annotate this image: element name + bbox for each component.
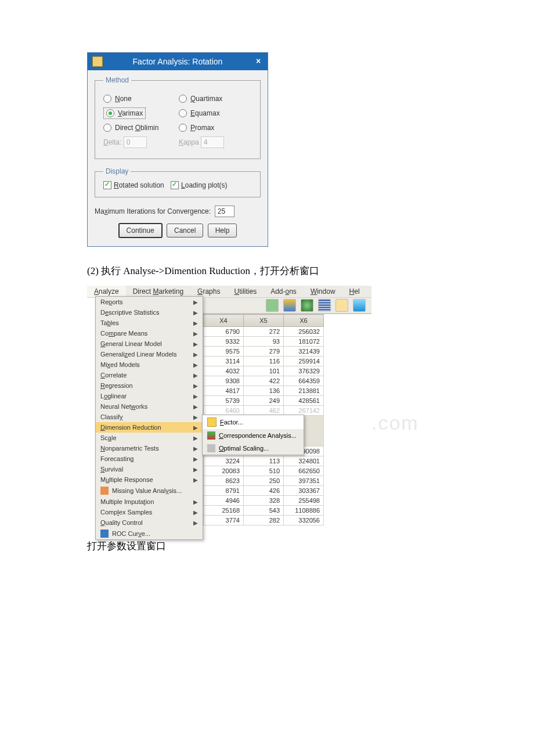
checkbox-icon	[171, 181, 179, 189]
dd-classify[interactable]: Classify▶	[96, 412, 203, 422]
radio-direct-oblimin[interactable]: Direct Oblimin	[103, 124, 179, 132]
toolbar-icon-6[interactable]	[353, 299, 366, 312]
dd-multiple-response[interactable]: Multiple Response▶	[96, 474, 203, 485]
radio-icon-selected	[106, 109, 114, 117]
mb-direct-marketing[interactable]: Direct Marketing	[126, 286, 190, 297]
dd-quality-control[interactable]: Quality Control▶	[96, 517, 203, 528]
roc-icon	[100, 530, 109, 538]
dd-multiple-imputation[interactable]: Multiple Imputation▶	[96, 496, 203, 507]
analyze-dropdown: Reports▶ Descriptive Statistics▶ Tables▶…	[95, 296, 203, 540]
table-row: 5739249428561	[204, 396, 324, 406]
mb-help[interactable]: Hel	[342, 286, 367, 297]
factor-icon	[207, 417, 217, 427]
delta-label: Delta:	[103, 138, 121, 146]
table-row: 8791426303367	[204, 486, 324, 496]
kappa-field: Kappa 4	[179, 136, 254, 148]
toolbar-icon-5[interactable]	[335, 299, 348, 312]
sub-factor[interactable]: Factor...	[203, 415, 304, 429]
missing-value-icon	[100, 487, 109, 495]
mb-graphs[interactable]: Graphs	[190, 286, 227, 297]
dd-descriptive-statistics[interactable]: Descriptive Statistics▶	[96, 307, 203, 318]
dd-general-linear-model[interactable]: General Linear Model▶	[96, 339, 203, 349]
radio-icon	[179, 95, 187, 103]
radio-icon	[103, 95, 111, 103]
max-iter-input[interactable]: 25	[215, 206, 234, 217]
max-iterations-row: Maximum Iterations for Convergence: 25	[95, 206, 261, 217]
table-row: 4032101376329	[204, 366, 324, 376]
radio-promax[interactable]: Promax	[179, 124, 254, 132]
dd-missing-value-analysis[interactable]: Missing Value Analysis...	[96, 485, 203, 496]
dd-reports[interactable]: Reports▶	[96, 297, 203, 307]
checkbox-icon	[103, 181, 111, 189]
dialog-titlebar: Factor Analysis: Rotation ×	[88, 53, 268, 70]
dd-forecasting[interactable]: Forecasting▶	[96, 453, 203, 464]
toolbar-icon-2[interactable]	[283, 299, 296, 312]
correspondence-icon	[207, 431, 215, 440]
table-row-partial: 6460462267142	[204, 406, 324, 416]
dd-regression[interactable]: Regression▶	[96, 380, 203, 391]
dimension-reduction-submenu: Factor... Correspondence Analysis... Opt…	[202, 415, 304, 455]
table-row: 251685431108886	[204, 506, 324, 516]
col-x5[interactable]: X5	[244, 315, 284, 327]
mb-analyze[interactable]: Analyze	[87, 286, 126, 297]
sub-correspondence[interactable]: Correspondence Analysis...	[203, 429, 304, 442]
dd-survival[interactable]: Survival▶	[96, 464, 203, 474]
table-row: 4946328255498	[204, 496, 324, 506]
radio-quartimax[interactable]: Quartimax	[179, 95, 254, 103]
method-legend: Method	[103, 76, 131, 84]
table-row: 20083510662650	[204, 466, 324, 476]
cb-loading-plots[interactable]: Loading plot(s)	[171, 181, 227, 189]
watermark: .com	[371, 412, 419, 434]
display-fieldset: Display Rotated solution Loading plot(s)	[95, 167, 261, 197]
radio-none[interactable]: None	[103, 95, 179, 103]
delta-input: 0	[124, 136, 147, 148]
dd-complex-samples[interactable]: Complex Samples▶	[96, 507, 203, 517]
dd-mixed-models[interactable]: Mixed Models▶	[96, 359, 203, 370]
cb-rotated-solution[interactable]: Rotated solution	[103, 181, 164, 189]
cancel-button[interactable]: Cancel	[167, 224, 203, 237]
close-icon[interactable]: ×	[254, 56, 263, 66]
toolbar-icon-1[interactable]	[266, 299, 279, 312]
header-row: X4 X5 X6	[204, 315, 324, 327]
dd-nonparametric-tests[interactable]: Nonparametric Tests▶	[96, 443, 203, 453]
table-row: 9308422664359	[204, 376, 324, 386]
caption-2: 打开参数设置窗口	[87, 539, 447, 553]
radio-equamax[interactable]: Equamax	[179, 107, 254, 119]
kappa-input: 4	[201, 136, 224, 148]
dd-generalized-linear-models[interactable]: Generalized Linear Models▶	[96, 349, 203, 359]
mb-utilities[interactable]: Utilities	[227, 286, 264, 297]
sub-optimal-scaling[interactable]: Optimal Scaling...	[203, 442, 304, 455]
toolbar-icon-3[interactable]	[301, 299, 313, 312]
col-x6[interactable]: X6	[284, 315, 324, 327]
delta-field: Delta: 0	[103, 136, 179, 148]
dd-scale[interactable]: Scale▶	[96, 433, 203, 443]
dd-tables[interactable]: Tables▶	[96, 318, 203, 328]
optimal-scaling-icon	[207, 444, 215, 452]
spss-window: Analyze Direct Marketing Graphs Utilitie…	[87, 286, 371, 525]
method-fieldset: Method None Quartimax Va	[95, 76, 261, 159]
radio-icon	[103, 124, 111, 132]
table-row: 8623250397351	[204, 476, 324, 486]
table-row: 3774282332056	[204, 516, 324, 525]
dialog-title: Factor Analysis: Rotation	[133, 57, 223, 66]
continue-button[interactable]: Continue	[118, 223, 163, 238]
dd-loglinear[interactable]: Loglinear▶	[96, 391, 203, 401]
help-button[interactable]: Help	[208, 224, 237, 237]
table-row: 933293181072	[204, 337, 324, 347]
col-x4[interactable]: X4	[204, 315, 244, 327]
rotation-dialog: Factor Analysis: Rotation × Method None …	[87, 52, 268, 247]
display-legend: Display	[103, 167, 131, 175]
dd-roc-curve[interactable]: ROC Curve...	[96, 528, 203, 539]
mb-addons[interactable]: Add-ons	[264, 286, 304, 297]
dd-neural-networks[interactable]: Neural Networks▶	[96, 401, 203, 412]
toolbar-icon-4[interactable]	[318, 299, 331, 312]
dd-dimension-reduction[interactable]: Dimension Reduction▶	[96, 422, 203, 433]
mb-window[interactable]: Window	[304, 286, 342, 297]
dd-compare-means[interactable]: Compare Means▶	[96, 328, 203, 339]
table-row: 9575279321439	[204, 347, 324, 357]
radio-icon	[179, 124, 187, 132]
radio-icon	[179, 109, 187, 117]
radio-varimax[interactable]: Varimax	[103, 107, 179, 119]
dd-correlate[interactable]: Correlate▶	[96, 370, 203, 380]
app-icon	[92, 56, 103, 67]
